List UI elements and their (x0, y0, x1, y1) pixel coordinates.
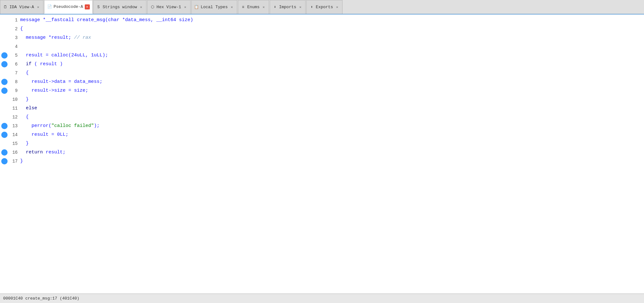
tab-pseudocode-a[interactable]: 📄Pseudocode-A✕ (44, 0, 93, 14)
line-number-6: 6 (8, 60, 20, 69)
code-area[interactable]: 1message *__fastcall create_msg(char *da… (0, 14, 644, 294)
strings-window-label: Strings window (103, 5, 137, 9)
tab-local-types[interactable]: 📋Local Types✕ (191, 0, 237, 14)
line-number-7: 7 (8, 69, 20, 77)
status-text: 00001C40 create_msg:17 (401C40) (3, 296, 79, 301)
ida-view-a-close[interactable]: ✕ (36, 5, 41, 10)
line-code-11: else (20, 104, 644, 113)
code-line-17[interactable]: 17} (0, 157, 644, 166)
code-line-7[interactable]: 7 { (0, 69, 644, 77)
code-line-3[interactable]: 3 message *result; // rax (0, 33, 644, 42)
line-number-3: 3 (8, 33, 20, 42)
breakpoint-dot-13 (1, 123, 8, 129)
tab-enums[interactable]: ≡Enums✕ (238, 0, 269, 14)
line-number-1: 1 (8, 16, 20, 25)
code-line-16[interactable]: 16 return result; (0, 148, 644, 157)
line-code-15: } (20, 139, 644, 148)
line-code-10: } (20, 95, 644, 104)
exports-label: Exports (316, 5, 333, 9)
line-code-2: { (20, 25, 644, 33)
line-code-3: message *result; // rax (20, 33, 644, 42)
tab-ida-view-a[interactable]: 🗒IDA View-A✕ (0, 0, 43, 14)
code-line-14[interactable]: 14 result = 0LL; (0, 130, 644, 139)
code-line-13[interactable]: 13 perror("calloc failed"); (0, 122, 644, 130)
code-line-6[interactable]: 6 if ( result ) (0, 60, 644, 69)
tab-strings-window[interactable]: SStrings window✕ (93, 0, 147, 14)
code-line-10[interactable]: 10 } (0, 95, 644, 104)
no-dot-3 (1, 35, 8, 41)
no-dot-4 (1, 43, 8, 50)
local-types-close[interactable]: ✕ (229, 5, 234, 10)
code-line-1[interactable]: 1message *__fastcall create_msg(char *da… (0, 16, 644, 25)
breakpoint-dot-9 (1, 88, 8, 94)
pseudocode-a-close[interactable]: ✕ (85, 4, 90, 9)
code-line-12[interactable]: 12 { (0, 113, 644, 122)
code-line-2[interactable]: 2{ (0, 25, 644, 33)
enums-close[interactable]: ✕ (261, 5, 266, 10)
line-code-1: message *__fastcall create_msg(char *dat… (20, 16, 644, 25)
enums-label: Enums (247, 5, 260, 9)
main-content: 1message *__fastcall create_msg(char *da… (0, 14, 644, 294)
local-types-icon: 📋 (194, 5, 199, 10)
status-bar: 00001C40 create_msg:17 (401C40) (0, 294, 644, 303)
breakpoint-dot-17 (1, 158, 8, 164)
line-number-16: 16 (8, 148, 20, 157)
tab-bar: 🗒IDA View-A✕📄Pseudocode-A✕SStrings windo… (0, 0, 644, 14)
line-number-11: 11 (8, 104, 20, 113)
line-number-9: 9 (8, 86, 20, 95)
line-number-4: 4 (8, 42, 20, 51)
breakpoint-dot-6 (1, 61, 8, 67)
no-dot-12 (1, 114, 8, 120)
ida-view-a-label: IDA View-A (9, 5, 34, 9)
no-dot-2 (1, 26, 8, 32)
line-number-13: 13 (8, 122, 20, 130)
imports-close[interactable]: ✕ (298, 5, 303, 10)
tab-exports[interactable]: ⬆Exports✕ (306, 0, 342, 14)
line-number-2: 2 (8, 25, 20, 33)
code-line-15[interactable]: 15 } (0, 139, 644, 148)
strings-window-close[interactable]: ✕ (139, 5, 144, 10)
imports-icon: ⬇ (273, 5, 278, 10)
code-line-11[interactable]: 11 else (0, 104, 644, 113)
line-code-8: result->data = data_mess; (20, 77, 644, 86)
pseudocode-a-label: Pseudocode-A (54, 4, 83, 9)
no-dot-10 (1, 96, 8, 103)
line-number-15: 15 (8, 139, 20, 148)
imports-label: Imports (279, 5, 296, 9)
no-dot-7 (1, 70, 8, 76)
breakpoint-dot-14 (1, 132, 8, 138)
line-code-13: perror("calloc failed"); (20, 122, 644, 130)
line-number-17: 17 (8, 157, 20, 166)
code-line-8[interactable]: 8 result->data = data_mess; (0, 77, 644, 86)
tab-imports[interactable]: ⬇Imports✕ (270, 0, 306, 14)
line-code-7: { (20, 69, 644, 77)
enums-icon: ≡ (241, 5, 246, 10)
code-line-4[interactable]: 4 (0, 42, 644, 51)
line-number-10: 10 (8, 95, 20, 104)
hex-view-1-icon: ⬡ (150, 5, 155, 10)
line-code-9: result->size = size; (20, 86, 644, 95)
tab-hex-view-1[interactable]: ⬡Hex View-1✕ (147, 0, 191, 14)
line-number-5: 5 (8, 51, 20, 60)
line-code-16: return result; (20, 148, 644, 157)
line-code-17: } (20, 157, 644, 166)
local-types-label: Local Types (201, 5, 228, 9)
breakpoint-dot-5 (1, 52, 8, 59)
line-number-8: 8 (8, 77, 20, 86)
breakpoint-dot-16 (1, 149, 8, 156)
code-line-5[interactable]: 5 result = calloc(24uLL, 1uLL); (0, 51, 644, 60)
ida-view-a-icon: 🗒 (3, 5, 8, 10)
line-number-14: 14 (8, 130, 20, 139)
no-dot-15 (1, 140, 8, 147)
breakpoint-dot-8 (1, 79, 8, 85)
no-dot-11 (1, 105, 8, 111)
exports-close[interactable]: ✕ (335, 5, 340, 10)
line-number-12: 12 (8, 113, 20, 122)
pseudocode-a-icon: 📄 (47, 4, 52, 9)
hex-view-1-close[interactable]: ✕ (183, 5, 188, 10)
line-code-6: if ( result ) (20, 60, 644, 69)
code-line-9[interactable]: 9 result->size = size; (0, 86, 644, 95)
no-dot-1 (1, 17, 8, 23)
hex-view-1-label: Hex View-1 (157, 5, 181, 9)
strings-window-icon: S (96, 5, 101, 10)
